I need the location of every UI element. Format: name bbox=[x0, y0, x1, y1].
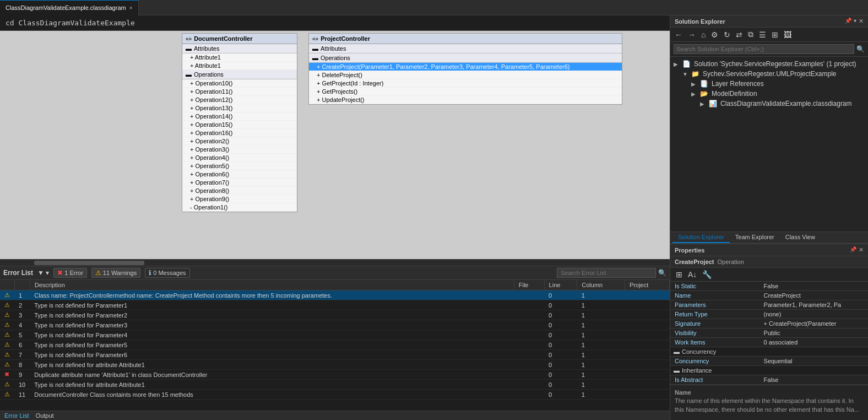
concurrency-section[interactable]: ▬ Concurrency bbox=[670, 347, 868, 357]
diagram-scrollbar-h[interactable] bbox=[0, 259, 670, 266]
pin-icon[interactable]: 📌 bbox=[845, 18, 851, 25]
error-table-row[interactable]: ⚠ 6 Type is not defined for Parameter5 0… bbox=[0, 340, 670, 350]
filter-btn[interactable]: ☰ bbox=[757, 29, 768, 40]
refresh-btn[interactable]: ↻ bbox=[721, 29, 733, 40]
col-column[interactable]: Column bbox=[577, 280, 625, 290]
layer-refs-label: Layer References bbox=[712, 80, 764, 88]
error-badge-errors[interactable]: ✖ 1 Error bbox=[53, 268, 87, 278]
error-table-row[interactable]: ⚠ 5 Type is not defined for Parameter4 0… bbox=[0, 330, 670, 340]
proj-op-create[interactable]: + CreateProject(Parameter1, Parameter2, … bbox=[309, 63, 622, 71]
document-controller-title: DocumentController bbox=[194, 35, 252, 42]
error-table-row[interactable]: ⚠ 10 Type is not defined for attribute A… bbox=[0, 380, 670, 390]
doc-operations-section[interactable]: ▬ Operations bbox=[182, 70, 297, 79]
output-tab-link[interactable]: Output bbox=[36, 412, 54, 419]
model-def-expand-icon[interactable]: ▶ bbox=[691, 91, 699, 97]
prop-return-type-val: (none) bbox=[760, 310, 868, 319]
row-proj bbox=[625, 390, 670, 400]
error-badge-warnings[interactable]: ⚠ 11 Warnings bbox=[91, 268, 140, 278]
diagram-tab[interactable]: ClassDiagramValidateExample.classdiagram… bbox=[0, 0, 139, 15]
error-search-input[interactable] bbox=[557, 268, 656, 278]
doc-attr-collapse[interactable]: ▬ bbox=[186, 45, 192, 52]
classdiagram-expand-icon[interactable]: ▶ bbox=[700, 101, 708, 107]
props-pin-icon[interactable]: 📌 bbox=[850, 246, 856, 254]
sol-tab-class-view[interactable]: Class View bbox=[780, 232, 821, 243]
col-file[interactable]: File bbox=[514, 280, 544, 290]
tree-item-classdiagram[interactable]: ▶ 📊 ClassDiagramValidateExample.classdia… bbox=[670, 99, 868, 109]
row-col: 1 bbox=[577, 370, 625, 380]
tree-item-project[interactable]: ▼ 📁 Sychev.ServiceRegester.UMLProjectExa… bbox=[670, 69, 868, 79]
error-table-row[interactable]: ⚠ 1 Class name: ProjectControllermethod … bbox=[0, 290, 670, 300]
row-line: 0 bbox=[544, 340, 577, 350]
right-panel: Solution Explorer 📌 ▾ ✕ ← → ⌂ ⚙ ↻ ⇄ ⧉ ☰ … bbox=[670, 15, 868, 420]
scroll-thumb-h[interactable] bbox=[34, 261, 144, 265]
classdiagram-label: ClassDiagramValidateExample.classdiagram bbox=[720, 100, 852, 107]
sync-btn[interactable]: ⇄ bbox=[734, 29, 745, 40]
image-btn[interactable]: 🖼 bbox=[782, 29, 794, 40]
props-close-icon[interactable]: ✕ bbox=[859, 246, 864, 254]
prop-signature-key: Signature bbox=[670, 319, 760, 329]
error-table-row[interactable]: ⚠ 8 Type is not defined for attribute At… bbox=[0, 360, 670, 370]
sol-search-icon[interactable]: 🔍 bbox=[856, 45, 865, 53]
doc-operations-list: + Operation10() + Operation11() + Operat… bbox=[182, 79, 297, 212]
concurrency-collapse-icon[interactable]: ▬ bbox=[674, 348, 680, 355]
search-btn[interactable]: ⊞ bbox=[769, 29, 780, 40]
home-btn[interactable]: ⌂ bbox=[699, 29, 708, 40]
close-panel-icon[interactable]: ✕ bbox=[859, 18, 864, 25]
doc-op-16: + Operation16() bbox=[182, 129, 297, 137]
doc-attributes-section[interactable]: ▬ Attributes bbox=[182, 44, 297, 53]
inheritance-label: Inheritance bbox=[682, 367, 712, 374]
doc-op-11: + Operation11() bbox=[182, 88, 297, 96]
col-empty1[interactable] bbox=[0, 280, 14, 290]
row-desc: DocumentController Class containts more … bbox=[30, 390, 514, 400]
doc-ops-collapse[interactable]: ▬ bbox=[186, 71, 192, 78]
tree-item-layer-references[interactable]: ▶ 📑 Layer References bbox=[670, 79, 868, 89]
doc-collapse-icon[interactable]: «» bbox=[186, 36, 192, 42]
solution-expand-icon[interactable]: ▶ bbox=[674, 61, 681, 67]
arrow-icon[interactable]: ▾ bbox=[854, 18, 856, 25]
error-table-row[interactable]: ⚠ 3 Type is not defined for Parameter2 0… bbox=[0, 310, 670, 320]
col-num[interactable] bbox=[14, 280, 30, 290]
inheritance-section[interactable]: ▬ Inheritance bbox=[670, 366, 868, 375]
filter-icon[interactable]: ▼ ▾ bbox=[37, 269, 49, 277]
proj-ops-collapse[interactable]: ▬ bbox=[312, 55, 318, 61]
prop-concurrency: Concurrency Sequential bbox=[670, 357, 868, 366]
error-list-tab-link[interactable]: Error List bbox=[4, 412, 29, 419]
proj-collapse-icon[interactable]: «» bbox=[312, 36, 318, 42]
error-list-scroll[interactable]: Description File Line Column Project ⚠ 1… bbox=[0, 280, 670, 411]
solution-explorer-header: Solution Explorer 📌 ▾ ✕ bbox=[670, 15, 868, 28]
error-table-row[interactable]: ⚠ 11 DocumentController Class containts … bbox=[0, 390, 670, 400]
solution-tree[interactable]: ▶ 📄 Solution 'Sychev.ServiceRegester.Exa… bbox=[670, 57, 868, 231]
props-content[interactable]: Is Static False Name CreateProject Param… bbox=[670, 282, 868, 420]
tree-item-model-definition[interactable]: ▶ 📂 ModelDefinition bbox=[670, 89, 868, 99]
col-project[interactable]: Project bbox=[625, 280, 670, 290]
props-sort-category-btn[interactable]: ⊞ bbox=[674, 269, 685, 280]
proj-attr-collapse[interactable]: ▬ bbox=[312, 45, 318, 52]
project-expand-icon[interactable]: ▼ bbox=[682, 71, 690, 77]
project-controller-class: «» ProjectController ▬ Attributes ▬ Oper… bbox=[308, 33, 622, 105]
col-line[interactable]: Line bbox=[544, 280, 577, 290]
layer-refs-expand-icon[interactable]: ▶ bbox=[691, 81, 699, 87]
tree-item-solution[interactable]: ▶ 📄 Solution 'Sychev.ServiceRegester.Exa… bbox=[670, 59, 868, 69]
error-table-row[interactable]: ✖ 9 Duplicate attribute name 'Attribute1… bbox=[0, 370, 670, 380]
inheritance-collapse-icon[interactable]: ▬ bbox=[674, 367, 680, 374]
copy-btn[interactable]: ⧉ bbox=[746, 29, 756, 40]
props-sort-alpha-btn[interactable]: A↓ bbox=[686, 269, 699, 280]
settings-btn[interactable]: ⚙ bbox=[709, 29, 720, 40]
error-table-row[interactable]: ⚠ 4 Type is not defined for Parameter3 0… bbox=[0, 320, 670, 330]
search-icon[interactable]: 🔍 bbox=[658, 269, 666, 277]
col-description[interactable]: Description bbox=[30, 280, 514, 290]
sol-tab-team-explorer[interactable]: Team Explorer bbox=[730, 232, 780, 243]
props-workitems-btn[interactable]: 🔧 bbox=[700, 269, 714, 280]
proj-attributes-section[interactable]: ▬ Attributes bbox=[309, 44, 622, 53]
row-line: 0 bbox=[544, 300, 577, 310]
solution-search-input[interactable] bbox=[674, 44, 854, 54]
error-table-row[interactable]: ⚠ 7 Type is not defined for Parameter6 0… bbox=[0, 350, 670, 360]
back-btn[interactable]: ← bbox=[672, 29, 685, 40]
error-table-row[interactable]: ⚠ 2 Type is not defined for Parameter1 0… bbox=[0, 300, 670, 310]
forward-btn[interactable]: → bbox=[686, 29, 698, 40]
error-badge-messages[interactable]: ℹ 0 Messages bbox=[145, 268, 189, 278]
proj-operations-section[interactable]: ▬ Operations bbox=[309, 53, 622, 63]
diagram-canvas[interactable]: «» DocumentController ▬ Attributes + Att… bbox=[0, 31, 670, 259]
sol-tab-solution-explorer[interactable]: Solution Explorer bbox=[672, 232, 730, 243]
tab-close-icon[interactable]: × bbox=[129, 5, 133, 11]
